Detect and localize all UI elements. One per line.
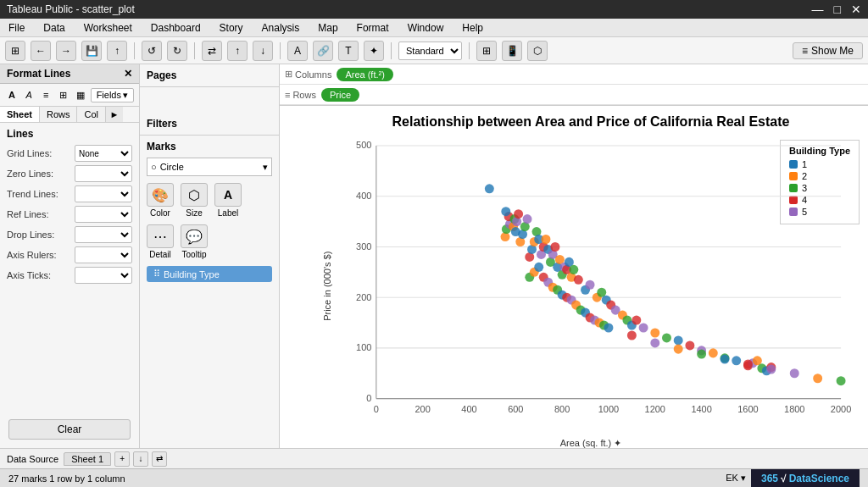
sort-desc-btn[interactable]: ↓ (253, 41, 273, 61)
save-btn[interactable]: 💾 (81, 41, 102, 61)
svg-text:400: 400 (461, 404, 476, 414)
menu-item-dashboard[interactable]: Dashboard (147, 20, 204, 36)
svg-point-108 (627, 330, 637, 340)
marks-type-label: Circle (160, 162, 184, 172)
drop-lines-select[interactable] (75, 226, 132, 243)
show-me-button[interactable]: ≡ Show Me (793, 42, 863, 59)
col-tab[interactable]: Col (77, 107, 106, 122)
svg-point-114 (766, 364, 776, 374)
color-btn[interactable]: 🎨 Color (147, 183, 174, 218)
new-btn[interactable]: ⊞ (5, 41, 25, 61)
undo-btn[interactable]: ↺ (142, 41, 162, 61)
menu-item-window[interactable]: Window (404, 20, 448, 36)
sheet1-tab[interactable]: Sheet 1 (64, 452, 111, 466)
menu-item-map[interactable]: Map (314, 20, 341, 36)
badge-label: Building Type (164, 269, 220, 279)
grid-lines-label: Grid Lines: (7, 148, 75, 158)
menu-item-story[interactable]: Story (216, 20, 247, 36)
axis-ticks-label: Axis Ticks: (7, 270, 75, 280)
grid-lines-select[interactable]: None (75, 145, 132, 162)
rows-tab[interactable]: Rows (40, 107, 78, 122)
highlight-btn[interactable]: A (287, 41, 308, 61)
star-btn[interactable]: ✦ (364, 41, 384, 61)
close-btn[interactable]: ✕ (851, 3, 861, 16)
align-btn[interactable]: ≡ (39, 87, 53, 102)
fields-chevron-icon: ▾ (123, 90, 128, 101)
bold-btn[interactable]: A (5, 87, 19, 102)
columns-pill[interactable]: Area (ft.²) (337, 68, 392, 81)
rows-pill[interactable]: Price (321, 88, 359, 102)
svg-point-73 (650, 328, 659, 337)
border-btn[interactable]: ▦ (74, 87, 87, 102)
size-btn[interactable]: ⬡ Size (181, 183, 208, 218)
ref-lines-row: Ref Lines: (7, 206, 132, 223)
svg-text:100: 100 (356, 342, 371, 352)
datasource-label[interactable]: Data Source (7, 454, 58, 464)
menu-item-worksheet[interactable]: Worksheet (81, 20, 136, 36)
rows-label: ≡ Rows (285, 90, 316, 100)
status-right: EK ▾ 365 √ DataScience (726, 469, 860, 488)
maximize-btn[interactable]: □ (834, 3, 841, 16)
fields-dropdown[interactable]: Fields ▾ (91, 88, 134, 102)
link-btn[interactable]: 🔗 (313, 41, 333, 61)
brand-slash: √ (781, 473, 787, 484)
svg-point-87 (790, 368, 799, 378)
x-axis-label: Area (sq. ft.) ✦ (322, 438, 860, 449)
axis-rulers-select[interactable] (75, 246, 132, 263)
svg-text:1600: 1600 (737, 404, 758, 414)
standard-select[interactable]: Standard (398, 42, 462, 60)
device-btn[interactable]: 📱 (502, 41, 522, 61)
chart-inner: 500 400 300 200 100 0 0 200 400 600 800 … (339, 136, 860, 436)
tab-nav-btn[interactable]: ► (106, 107, 123, 122)
trend-lines-select[interactable] (75, 185, 132, 202)
menu-item-data[interactable]: Data (40, 20, 68, 36)
sep3 (280, 42, 281, 59)
menu-item-help[interactable]: Help (459, 20, 487, 36)
rows-shelf: ≡ Rows Price (280, 85, 868, 105)
svg-text:300: 300 (356, 241, 371, 252)
fix-btn[interactable]: ⊞ (476, 41, 497, 61)
marks-type-dropdown[interactable]: ○ Circle ▾ (147, 158, 272, 176)
back-btn[interactable]: ← (31, 41, 51, 61)
sort-sheet-btn[interactable]: ↓ (133, 451, 148, 467)
publish-btn[interactable]: ↑ (107, 41, 127, 61)
zero-lines-select[interactable] (75, 165, 132, 182)
italic-btn[interactable]: A (22, 87, 36, 102)
sheet-tab[interactable]: Sheet (0, 107, 40, 122)
table-btn[interactable]: ⊞ (56, 87, 70, 102)
nav-sheet-btn[interactable]: ⇄ (152, 451, 167, 467)
app-title: Tableau Public - scatter_plot (7, 3, 135, 15)
building-type-badge[interactable]: ⠿ Building Type (147, 266, 272, 282)
window-controls[interactable]: — □ ✕ (812, 3, 861, 16)
forward-btn[interactable]: → (56, 41, 76, 61)
svg-point-78 (709, 348, 718, 357)
trend-lines-label: Trend Lines: (7, 189, 75, 199)
tooltip-btn[interactable]: 💬 Tooltip (181, 224, 208, 259)
svg-point-25 (485, 184, 494, 193)
ek-label: EK ▾ (726, 473, 746, 484)
menu-item-analysis[interactable]: Analysis (259, 20, 303, 36)
ref-lines-select[interactable] (75, 206, 132, 223)
svg-text:1000: 1000 (598, 404, 619, 414)
axis-ticks-select[interactable] (75, 267, 132, 284)
sep5 (469, 42, 470, 59)
swap-btn[interactable]: ⇄ (202, 41, 222, 61)
text-btn[interactable]: T (338, 41, 359, 61)
menu-item-format[interactable]: Format (353, 20, 392, 36)
redo-btn[interactable]: ↻ (167, 41, 187, 61)
rows-text: Rows (292, 90, 316, 100)
add-sheet-btn[interactable]: + (114, 451, 130, 467)
marks-icons-row2: ⋯ Detail 💬 Tooltip (147, 224, 272, 259)
svg-point-113 (743, 359, 753, 368)
svg-text:200: 200 (356, 291, 371, 302)
minimize-btn[interactable]: — (812, 3, 824, 16)
detail-btn[interactable]: ⋯ Detail (147, 224, 174, 259)
share-btn[interactable]: ⬡ (527, 41, 548, 61)
sort-asc-btn[interactable]: ↑ (227, 41, 248, 61)
format-lines-close[interactable]: ✕ (124, 68, 132, 80)
clear-button[interactable]: Clear (8, 419, 131, 440)
columns-shelf: ⊞ Columns Area (ft.²) (280, 64, 868, 85)
label-btn[interactable]: A Label (214, 183, 242, 218)
menu-item-file[interactable]: File (5, 20, 28, 36)
svg-point-35 (514, 209, 523, 219)
